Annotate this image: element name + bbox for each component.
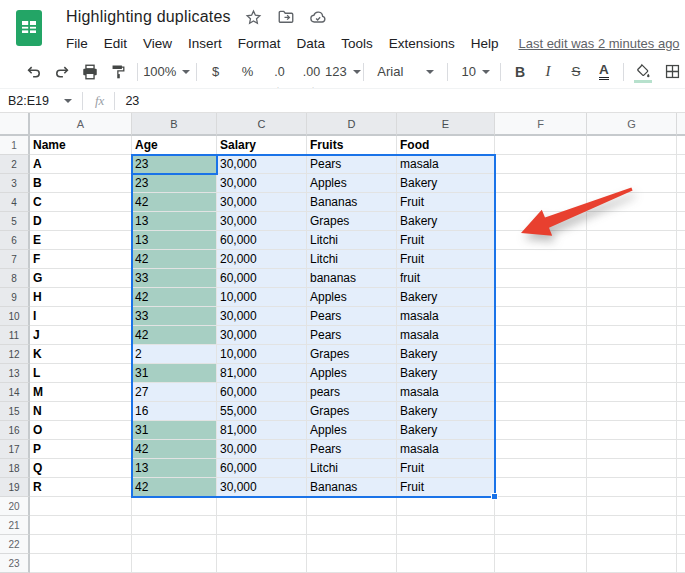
cell-G12[interactable] [587,345,677,364]
cell-C13[interactable]: 81,000 [217,364,307,383]
cell-C18[interactable]: 60,000 [217,459,307,478]
cell-A14[interactable]: M [30,383,132,402]
menu-extensions[interactable]: Extensions [381,34,463,53]
cell-E17[interactable]: masala [397,440,495,459]
cell-A16[interactable]: O [30,421,132,440]
cell-C15[interactable]: 55,000 [217,402,307,421]
cell-F15[interactable] [495,402,587,421]
cell-B9[interactable]: 42 [132,288,217,307]
cell-E11[interactable]: masala [397,326,495,345]
column-header-E[interactable]: E [397,113,495,136]
cell-G7[interactable] [587,250,677,269]
cell-H7[interactable] [677,250,685,269]
menu-edit[interactable]: Edit [96,34,135,53]
menu-help[interactable]: Help [463,34,507,53]
cell-B20[interactable] [132,497,217,516]
cell-B1[interactable]: Age [132,136,217,155]
fill-handle[interactable] [491,493,498,500]
cell-F3[interactable] [495,174,587,193]
cell-H12[interactable] [677,345,685,364]
cell-G4[interactable] [587,193,677,212]
cell-G1[interactable] [587,136,677,155]
column-header-partial[interactable] [677,113,685,136]
star-icon[interactable] [245,8,263,26]
cell-C6[interactable]: 60,000 [217,231,307,250]
cell-B13[interactable]: 31 [132,364,217,383]
column-header-F[interactable]: F [495,113,587,136]
cell-H2[interactable] [677,155,685,174]
row-header-3[interactable]: 3 [0,174,30,193]
cell-D1[interactable]: Fruits [307,136,397,155]
cell-F11[interactable] [495,326,587,345]
cell-G10[interactable] [587,307,677,326]
cell-C20[interactable] [217,497,307,516]
cell-E13[interactable]: Bakery [397,364,495,383]
cell-G18[interactable] [587,459,677,478]
cell-A4[interactable]: C [30,193,132,212]
cell-F17[interactable] [495,440,587,459]
cell-A10[interactable]: I [30,307,132,326]
cell-B15[interactable]: 16 [132,402,217,421]
cell-F14[interactable] [495,383,587,402]
cell-H22[interactable] [677,535,685,554]
paint-format-button[interactable] [106,60,130,84]
row-header-12[interactable]: 12 [0,345,30,364]
cell-E16[interactable]: Bakery [397,421,495,440]
cell-A17[interactable]: P [30,440,132,459]
zoom-select[interactable]: 100% [145,60,189,84]
text-color-button[interactable]: A [592,60,616,84]
cell-F5[interactable] [495,212,587,231]
cell-A23[interactable] [30,554,132,573]
cell-C4[interactable]: 30,000 [217,193,307,212]
cell-F1[interactable] [495,136,587,155]
cell-F22[interactable] [495,535,587,554]
cell-G23[interactable] [587,554,677,573]
row-header-7[interactable]: 7 [0,250,30,269]
cell-B4[interactable]: 42 [132,193,217,212]
cell-D3[interactable]: Apples [307,174,397,193]
cell-C14[interactable]: 60,000 [217,383,307,402]
cell-A18[interactable]: Q [30,459,132,478]
menu-format[interactable]: Format [230,34,289,53]
cell-G3[interactable] [587,174,677,193]
cell-H14[interactable] [677,383,685,402]
cell-D19[interactable]: Bananas [307,478,397,497]
cell-H20[interactable] [677,497,685,516]
menu-data[interactable]: Data [289,34,334,53]
select-all-corner[interactable] [0,113,30,136]
cell-A12[interactable]: K [30,345,132,364]
name-box-caret-icon[interactable] [64,99,72,103]
cell-E22[interactable] [397,535,495,554]
cell-D18[interactable]: Litchi [307,459,397,478]
cell-E12[interactable]: Bakery [397,345,495,364]
cell-D9[interactable]: Apples [307,288,397,307]
menu-tools[interactable]: Tools [333,34,381,53]
italic-button[interactable]: I [536,60,560,84]
cell-H16[interactable] [677,421,685,440]
cell-G8[interactable] [587,269,677,288]
cell-B10[interactable]: 33 [132,307,217,326]
cell-G21[interactable] [587,516,677,535]
cell-A13[interactable]: L [30,364,132,383]
cell-F21[interactable] [495,516,587,535]
cell-A20[interactable] [30,497,132,516]
cell-G2[interactable] [587,155,677,174]
cell-F19[interactable] [495,478,587,497]
cell-A22[interactable] [30,535,132,554]
cell-G16[interactable] [587,421,677,440]
increase-decimal-button[interactable]: .00→ [300,60,324,84]
cell-E1[interactable]: Food [397,136,495,155]
cell-F20[interactable] [495,497,587,516]
bold-button[interactable]: B [508,60,532,84]
menu-view[interactable]: View [135,34,180,53]
menu-insert[interactable]: Insert [180,34,230,53]
cell-F18[interactable] [495,459,587,478]
more-formats-select[interactable]: 123 [330,60,357,84]
cell-H21[interactable] [677,516,685,535]
row-header-6[interactable]: 6 [0,231,30,250]
cell-E14[interactable]: masala [397,383,495,402]
row-header-10[interactable]: 10 [0,307,30,326]
decrease-decimal-button[interactable]: .0← [268,60,292,84]
format-currency-button[interactable]: $ [204,60,228,84]
cell-B11[interactable]: 42 [132,326,217,345]
